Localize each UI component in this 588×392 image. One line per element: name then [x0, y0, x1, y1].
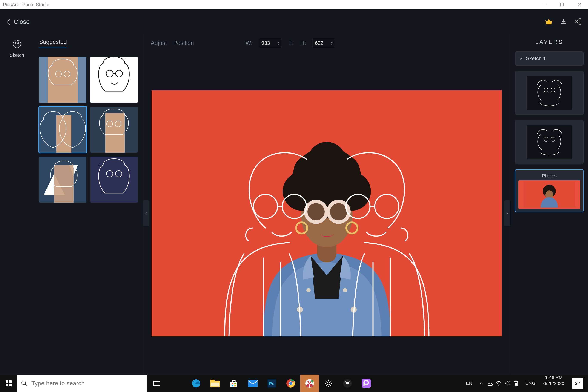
svg-rect-23: [90, 156, 138, 202]
layers-panel: LAYERS Sketch 1 Photos: [511, 34, 588, 375]
app-topbar: Close: [0, 10, 588, 34]
tray-clock[interactable]: 1:46 PM 6/26/2020: [539, 375, 569, 392]
settings-icon[interactable]: [319, 375, 338, 392]
svg-rect-64: [153, 382, 160, 385]
search-icon: [21, 380, 27, 386]
mail-icon[interactable]: [243, 375, 262, 392]
svg-point-90: [499, 385, 499, 386]
canvas-column: Adjust Position W: 933 ▲▼ H: 622 ▲▼ ‹ ›: [143, 34, 511, 375]
svg-rect-67: [210, 380, 215, 382]
window-titlebar: PicsArt - Photo Studio: [0, 0, 588, 10]
picsart-icon[interactable]: [357, 375, 376, 392]
svg-rect-14: [56, 115, 71, 153]
svg-point-24: [99, 165, 99, 165]
width-label: W:: [245, 40, 253, 46]
layer-sketch-header[interactable]: Sketch 1: [515, 52, 584, 66]
taskbar-apps: Ps 7: [147, 375, 376, 392]
minimize-button[interactable]: [537, 0, 554, 10]
svg-point-3: [579, 23, 581, 24]
svg-point-63: [22, 381, 25, 385]
property-bar: Adjust Position W: 933 ▲▼ H: 622 ▲▼: [143, 34, 510, 52]
topbar-actions: [545, 18, 582, 26]
adjust-tab[interactable]: Adjust: [151, 40, 167, 46]
preset-5[interactable]: [39, 156, 86, 202]
svg-rect-92: [515, 380, 517, 382]
download-icon[interactable]: [560, 18, 567, 26]
svg-point-11: [106, 70, 113, 77]
svg-rect-0: [561, 3, 564, 6]
svg-text:Ps: Ps: [269, 381, 274, 386]
stepper-arrows-icon[interactable]: ▲▼: [331, 40, 333, 46]
svg-point-34: [306, 288, 311, 292]
lock-aspect-icon[interactable]: [288, 39, 294, 47]
taskbar-search[interactable]: [17, 375, 147, 392]
premium-icon[interactable]: [545, 18, 553, 26]
preset-1[interactable]: [39, 57, 86, 103]
sketch-icon[interactable]: [12, 39, 22, 50]
share-icon[interactable]: [574, 18, 582, 26]
layer-sketch-thumb-1[interactable]: [515, 71, 584, 115]
snip-tool-icon[interactable]: 7: [300, 375, 319, 392]
svg-point-43: [307, 142, 346, 181]
preset-3-selected[interactable]: [39, 107, 86, 153]
height-label: H:: [300, 40, 306, 46]
width-input[interactable]: 933 ▲▼: [259, 38, 282, 48]
layer-sketch-thumb-2[interactable]: [515, 120, 584, 164]
app-icon[interactable]: [338, 375, 357, 392]
close-button[interactable]: Close: [6, 18, 30, 25]
canvas-artwork[interactable]: [152, 90, 502, 336]
maximize-button[interactable]: [554, 0, 571, 10]
preset-4[interactable]: [90, 107, 138, 153]
svg-point-1: [575, 21, 577, 22]
svg-text:7: 7: [312, 380, 313, 382]
svg-point-55: [551, 137, 555, 142]
tray-lang1[interactable]: EN: [463, 375, 476, 392]
svg-point-27: [103, 193, 103, 193]
stepper-arrows-icon[interactable]: ▲▼: [277, 40, 279, 46]
width-value: 933: [261, 40, 270, 46]
svg-point-35: [343, 288, 347, 292]
file-explorer-icon[interactable]: [205, 375, 224, 392]
svg-point-86: [327, 382, 330, 385]
tray-time: 1:46 PM: [545, 375, 563, 380]
app-body: Sketch Suggested: [0, 34, 588, 375]
svg-point-53: [551, 88, 555, 92]
chrome-icon[interactable]: [281, 375, 300, 392]
close-window-button[interactable]: [571, 0, 588, 10]
layer-sketch-label: Sketch 1: [526, 56, 546, 62]
photoshop-icon[interactable]: Ps: [262, 375, 281, 392]
close-label: Close: [14, 18, 30, 25]
canvas-stage[interactable]: ‹ ›: [143, 52, 510, 375]
svg-rect-93: [515, 384, 517, 386]
edge-icon[interactable]: [187, 375, 205, 392]
ms-store-icon[interactable]: [224, 375, 243, 392]
position-tab[interactable]: Position: [173, 40, 194, 46]
preset-2[interactable]: [90, 57, 138, 103]
svg-point-4: [13, 40, 21, 48]
svg-rect-74: [248, 380, 258, 387]
svg-rect-22: [54, 165, 73, 202]
tray-indicators[interactable]: [476, 375, 522, 392]
svg-point-52: [544, 88, 548, 92]
layer-photos-label: Photos: [518, 173, 580, 179]
window-title: PicsArt - Photo Studio: [3, 2, 49, 8]
svg-rect-72: [232, 385, 233, 386]
start-button[interactable]: [0, 380, 17, 387]
tray-date: 6/26/2020: [543, 381, 564, 386]
svg-rect-71: [234, 383, 236, 384]
suggested-title: Suggested: [39, 39, 138, 52]
collapse-left-icon[interactable]: ‹: [143, 200, 149, 226]
svg-point-2: [579, 18, 581, 20]
preset-6[interactable]: [90, 156, 138, 202]
svg-point-54: [544, 137, 548, 142]
tool-sketch-label: Sketch: [10, 52, 24, 58]
collapse-right-icon[interactable]: ›: [504, 200, 510, 226]
svg-rect-70: [232, 383, 233, 384]
tray-lang2[interactable]: ENG: [522, 375, 539, 392]
height-input[interactable]: 622 ▲▼: [313, 38, 335, 48]
notification-badge: 27: [572, 378, 583, 389]
layer-photos[interactable]: Photos: [515, 169, 584, 212]
action-center-icon[interactable]: 27: [569, 375, 588, 392]
search-input[interactable]: [31, 380, 143, 387]
task-view-icon[interactable]: [147, 375, 166, 392]
